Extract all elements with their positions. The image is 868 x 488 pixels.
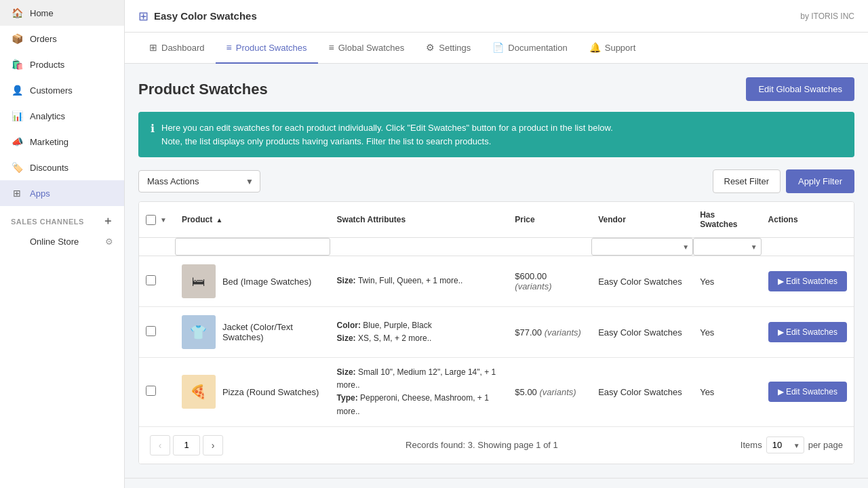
row-1-attr-1-label: Size: [337, 276, 358, 285]
sidebar-item-discounts[interactable]: 🏷️ Discounts [0, 155, 124, 180]
row-3-product-name: Pizza (Round Swatches) [222, 387, 319, 397]
content-area: Product Swatches Edit Global Swatches ℹ … [125, 64, 868, 478]
filter-actions-cell [762, 238, 854, 256]
row-3-actions-cell: ▶ Edit Swatches [762, 358, 854, 426]
product-sort-icon[interactable]: ▲ [216, 216, 223, 224]
row-3-attr-1-label: Size: [337, 367, 358, 377]
select-all-checkbox[interactable] [146, 215, 156, 225]
row-2-price: $77.00 [515, 327, 542, 338]
home-icon: 🏠 [11, 7, 23, 19]
items-per-page: Items 10 20 50 100 ▼ per page [741, 436, 843, 453]
price-col-label: Price [515, 215, 534, 224]
row-1-edit-swatches-button[interactable]: ▶ Edit Swatches [768, 271, 847, 291]
app-logo-icon: ⊞ [138, 9, 149, 24]
sales-channels-section: SALES CHANNELS ＋ [0, 206, 124, 231]
sidebar-label-home: Home [30, 8, 54, 18]
apply-filter-button[interactable]: Apply Filter [786, 169, 854, 193]
sidebar-item-apps[interactable]: ⊞ Apps [0, 180, 124, 206]
row-1-product: 🛏 Bed (Image Swatches) [182, 264, 323, 298]
table-row: 🍕 Pizza (Round Swatches) Size: Small 10"… [139, 358, 854, 426]
row-3-attr-1-values: Small 10", Medium 12", Large 14", + 1 mo… [337, 367, 496, 390]
sidebar-label-apps: Apps [30, 188, 50, 199]
th-product: Product ▲ [175, 202, 330, 238]
filter-price-cell [508, 238, 591, 256]
tab-settings-label: Settings [439, 43, 471, 53]
sidebar-item-marketing[interactable]: 📣 Marketing [0, 129, 124, 155]
tab-documentation[interactable]: 📄 Documentation [481, 33, 578, 64]
table-body: 🛏 Bed (Image Swatches) Size: Twin, Full,… [139, 256, 854, 426]
row-2-attr-2: Size: XS, S, M, + 2 more.. [337, 332, 502, 345]
row-3-price-cell: $5.00 (variants) [508, 358, 591, 426]
table-row: 🛏 Bed (Image Swatches) Size: Twin, Full,… [139, 256, 854, 307]
sidebar-item-analytics[interactable]: 📊 Analytics [0, 103, 124, 129]
pagination: ‹ 1 › Records found: 3. Showing page 1 o… [139, 426, 854, 464]
sidebar-item-home[interactable]: 🏠 Home [0, 0, 124, 26]
tab-product-swatches[interactable]: ≡ Product Swatches [216, 33, 318, 64]
row-2-product-cell: 👕 Jacket (Color/Text Swatches) [175, 307, 330, 358]
row-2-edit-btn-label: Edit Swatches [786, 327, 837, 337]
add-sales-channel-icon[interactable]: ＋ [102, 214, 114, 228]
page-number-input[interactable]: 1 [173, 435, 200, 455]
row-3-checkbox[interactable] [146, 386, 156, 396]
marketing-icon: 📣 [11, 136, 23, 148]
filter-product-cell [175, 238, 330, 256]
row-3-has-swatches-cell: Yes [693, 358, 761, 426]
info-banner: ℹ Here you can edit swatches for each pr… [138, 112, 854, 157]
row-1-price: $600.00 [515, 271, 547, 281]
checkbox-dropdown-button[interactable]: ▼ [159, 216, 168, 224]
th-vendor: Vendor [591, 202, 693, 238]
edit-global-swatches-button[interactable]: Edit Global Swatches [746, 77, 854, 101]
topbar-left: ⊞ Easy Color Swatches [138, 9, 257, 24]
vendor-filter-select[interactable] [591, 238, 693, 256]
reset-filter-button[interactable]: Reset Filter [713, 169, 781, 193]
page-controls: ‹ 1 › [150, 435, 223, 455]
row-1-swatch-attrs: Size: Twin, Full, Queen, + 1 more.. [337, 274, 502, 287]
sidebar-item-customers[interactable]: 👤 Customers [0, 77, 124, 103]
tab-dashboard[interactable]: ⊞ Dashboard [138, 33, 216, 64]
tab-support[interactable]: 🔔 Support [578, 33, 647, 64]
row-1-checkbox[interactable] [146, 275, 156, 285]
info-line-2: Note, the list displays only products ha… [161, 135, 613, 148]
prev-page-button[interactable]: ‹ [150, 435, 170, 455]
per-page-wrapper: 10 20 50 100 ▼ [766, 436, 804, 453]
swatch-attr-col-label: Swatch Attributes [337, 215, 406, 224]
sidebar: 🏠 Home 📦 Orders 🛍️ Products 👤 Customers … [0, 0, 125, 488]
next-page-button[interactable]: › [203, 435, 223, 455]
vendor-col-label: Vendor [598, 215, 626, 224]
row-3-edit-btn-label: Edit Swatches [786, 387, 837, 396]
discounts-icon: 🏷️ [11, 161, 23, 174]
row-2-attr-2-values: XS, S, M, + 2 more.. [358, 333, 431, 343]
row-2-price-note: (variants) [545, 327, 581, 338]
per-page-label: per page [808, 440, 843, 450]
toolbar-actions: Reset Filter Apply Filter [713, 169, 855, 193]
global-swatches-tab-icon: ≡ [329, 42, 334, 53]
product-table: ▼ Product ▲ Swatch Attributes Price [138, 201, 854, 464]
row-1-price-note: (variants) [515, 281, 551, 291]
sidebar-item-products[interactable]: 🛍️ Products [0, 52, 124, 77]
row-2-attr-2-label: Size: [337, 333, 358, 343]
items-label: Items [741, 440, 762, 450]
online-store-gear-icon[interactable]: ⚙ [105, 237, 113, 247]
filter-row: ▼ ▼ [139, 238, 854, 256]
row-checkbox-cell [139, 358, 175, 426]
support-tab-icon: 🔔 [589, 42, 601, 53]
sidebar-label-orders: Orders [30, 34, 57, 44]
th-actions: Actions [762, 202, 854, 238]
row-2-product: 👕 Jacket (Color/Text Swatches) [182, 315, 323, 349]
row-2-checkbox[interactable] [146, 326, 156, 336]
product-filter-input[interactable] [175, 238, 330, 256]
sidebar-item-orders[interactable]: 📦 Orders [0, 26, 124, 52]
row-2-edit-swatches-button[interactable]: ▶ Edit Swatches [768, 322, 847, 342]
row-3-edit-swatches-button[interactable]: ▶ Edit Swatches [768, 382, 847, 402]
row-1-edit-btn-arrow: ▶ [778, 277, 786, 286]
per-page-select[interactable]: 10 20 50 100 [766, 436, 804, 453]
row-1-has-swatches-cell: Yes [693, 256, 761, 307]
tab-global-swatches[interactable]: ≡ Global Swatches [318, 33, 416, 64]
products-icon: 🛍️ [11, 58, 23, 70]
sidebar-nav: 🏠 Home 📦 Orders 🛍️ Products 👤 Customers … [0, 0, 124, 206]
toolbar: Mass Actions ▼ Reset Filter Apply Filter [138, 169, 854, 193]
sidebar-item-online-store[interactable]: Online Store ⚙ [0, 231, 124, 252]
mass-actions-select[interactable]: Mass Actions [138, 170, 260, 192]
tab-settings[interactable]: ⚙ Settings [415, 33, 481, 64]
has-swatches-filter-select[interactable] [693, 238, 761, 256]
